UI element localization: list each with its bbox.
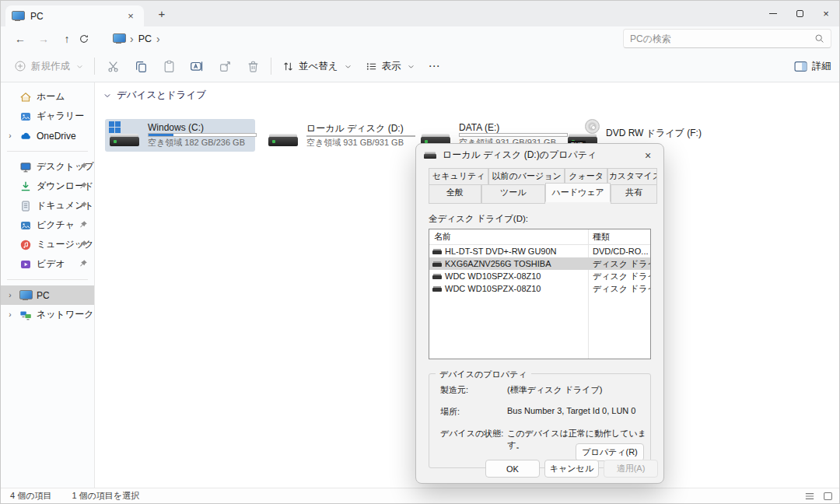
selection-count: 1 個の項目を選択 — [72, 490, 139, 502]
this-pc-icon[interactable] — [113, 33, 125, 44]
back-button[interactable]: ← — [9, 33, 32, 45]
sidebar-item-desktop[interactable]: デスクトップ — [1, 157, 94, 177]
tab-previous-versions[interactable]: 以前のバージョン — [488, 168, 564, 184]
toolbar-divider — [94, 58, 95, 75]
tab-tools[interactable]: ツール — [481, 184, 545, 204]
copy-button[interactable] — [127, 54, 155, 78]
window-controls: × — [760, 1, 839, 26]
column-header-name[interactable]: 名前 — [429, 231, 588, 243]
minimize-button[interactable] — [760, 1, 786, 26]
column-header-type[interactable]: 種類 — [588, 231, 650, 243]
view-button[interactable]: 表示 — [359, 54, 422, 78]
tab-security[interactable]: セキュリティ — [429, 168, 488, 184]
share-button[interactable] — [211, 54, 239, 78]
navigation-pane: ホーム ギャラリー › OneDrive デスクトップ ダウンロード — [1, 82, 95, 488]
sidebar-item-network[interactable]: › ネットワーク — [1, 305, 94, 324]
breadcrumb-pc[interactable]: PC — [138, 33, 152, 44]
rename-button[interactable] — [183, 54, 211, 78]
manufacturer-value: (標準ディスク ドライブ) — [507, 384, 650, 396]
sidebar-item-documents[interactable]: ドキュメント — [1, 196, 94, 215]
device-row[interactable]: WDC WD10SPZX-08Z10 ディスク ドライブ — [429, 270, 650, 282]
sidebar-item-pc[interactable]: › PC — [1, 285, 94, 305]
maximize-button[interactable] — [786, 1, 813, 26]
drive-tile-local-d[interactable]: ローカル ディスク (D:) 空き領域 931 GB/931 GB — [264, 119, 414, 152]
breadcrumb-separator-icon[interactable]: › — [156, 33, 160, 45]
details-pane-button[interactable]: 詳細 — [794, 60, 831, 73]
apply-button[interactable]: 適用(A) — [604, 460, 658, 478]
properties-button[interactable]: プロパティ(R) — [576, 443, 644, 461]
tab-general[interactable]: 全般 — [429, 184, 481, 204]
sidebar-divider — [7, 279, 88, 280]
address-bar: ← → ↑ › PC › — [1, 26, 839, 51]
drive-name: ローカル ディスク (D:) — [306, 122, 415, 135]
group-header-devices-and-drives[interactable]: デバイスとドライブ — [96, 82, 839, 102]
sidebar-item-pictures[interactable]: ピクチャ — [1, 215, 94, 235]
desktop-icon — [19, 161, 32, 173]
pc-monitor-icon — [19, 290, 32, 300]
paste-button[interactable] — [155, 54, 183, 78]
sidebar-item-videos[interactable]: ビデオ — [1, 254, 94, 274]
sidebar-item-music[interactable]: ミュージック — [1, 235, 94, 254]
document-icon — [19, 200, 32, 212]
close-button[interactable]: × — [813, 1, 839, 26]
expand-chevron-icon[interactable]: › — [5, 291, 15, 299]
sidebar-item-home[interactable]: ホーム — [1, 87, 94, 107]
large-icons-view-toggle-icon[interactable] — [823, 492, 833, 501]
tab-quota[interactable]: クォータ — [565, 168, 608, 184]
expand-chevron-icon[interactable]: › — [5, 131, 15, 140]
up-button[interactable]: ↑ — [55, 33, 79, 45]
location-label: 場所: — [440, 406, 507, 418]
dialog-title: ローカル ディスク (D:)のプロパティ — [443, 149, 597, 162]
tab-hardware[interactable]: ハードウェア — [545, 183, 611, 202]
dialog-buttons: OK キャンセル 適用(A) — [485, 460, 658, 478]
disk-drives-label: 全ディスク ドライブ(D): — [429, 213, 651, 225]
manufacturer-label: 製造元: — [440, 384, 507, 396]
sidebar-item-label: OneDrive — [37, 131, 76, 142]
device-row[interactable]: WDC WD10SPZX-08Z10 ディスク ドライブ — [429, 282, 650, 295]
sort-button[interactable]: 並べ替え — [275, 54, 359, 78]
tab-close-icon[interactable]: × — [124, 9, 138, 23]
ok-button[interactable]: OK — [485, 460, 540, 478]
pc-monitor-icon — [12, 11, 24, 21]
sidebar-item-label: ギャラリー — [37, 110, 84, 123]
search-input[interactable] — [630, 33, 814, 44]
dialog-close-icon[interactable]: × — [640, 149, 656, 162]
forward-button[interactable]: → — [32, 33, 55, 45]
more-options-button[interactable]: ⋯ — [422, 54, 448, 78]
cut-button[interactable] — [99, 54, 127, 78]
sort-icon — [282, 61, 294, 72]
scissors-icon — [107, 60, 120, 73]
device-row[interactable]: HL-DT-ST DVD+-RW GU90N DVD/CD-RO... — [429, 245, 650, 257]
device-list[interactable]: 名前 種類 HL-DT-ST DVD+-RW GU90N DVD/CD-RO..… — [429, 229, 651, 359]
tab-customize[interactable]: カスタマイズ — [607, 168, 657, 184]
tab-sharing[interactable]: 共有 — [611, 184, 657, 204]
expand-chevron-icon[interactable]: › — [5, 310, 15, 319]
cancel-button[interactable]: キャンセル — [544, 460, 599, 478]
drive-tile-windows-c[interactable]: Windows (C:) 空き領域 182 GB/236 GB — [105, 119, 255, 152]
drive-icon — [432, 286, 442, 292]
drive-free-space: 空き領域 182 GB/236 GB — [148, 137, 257, 149]
new-tab-button[interactable]: + — [153, 6, 170, 22]
sidebar-item-gallery[interactable]: ギャラリー — [1, 107, 94, 126]
location-value: Bus Number 3, Target Id 0, LUN 0 — [507, 406, 650, 418]
details-pane-icon — [794, 61, 807, 72]
tab-pc[interactable]: PC × — [5, 5, 144, 26]
sidebar-item-onedrive[interactable]: › OneDrive — [1, 126, 94, 145]
refresh-button[interactable] — [79, 33, 102, 44]
chevron-down-icon — [103, 92, 111, 100]
delete-button[interactable] — [239, 54, 267, 78]
device-status-label: デバイスの状態: — [440, 428, 507, 451]
gallery-icon — [19, 110, 32, 123]
device-row-selected[interactable]: KXG6AZNV256G TOSHIBA ディスク ドライブ — [429, 257, 650, 270]
list-view-toggle-icon[interactable] — [804, 492, 815, 501]
pin-icon — [79, 259, 88, 268]
group-title: デバイスとドライブ — [117, 89, 206, 102]
breadcrumb: › PC › — [113, 33, 160, 45]
dialog-tabs: セキュリティ 以前のバージョン クォータ カスタマイズ 全般 ツール ハードウェ… — [429, 168, 657, 204]
home-icon — [19, 91, 32, 103]
copy-icon — [135, 60, 148, 73]
sidebar-item-label: ネットワーク — [37, 308, 93, 321]
search-box[interactable] — [623, 29, 831, 48]
new-button[interactable]: 新規作成 — [7, 54, 90, 78]
sidebar-item-downloads[interactable]: ダウンロード — [1, 177, 94, 196]
